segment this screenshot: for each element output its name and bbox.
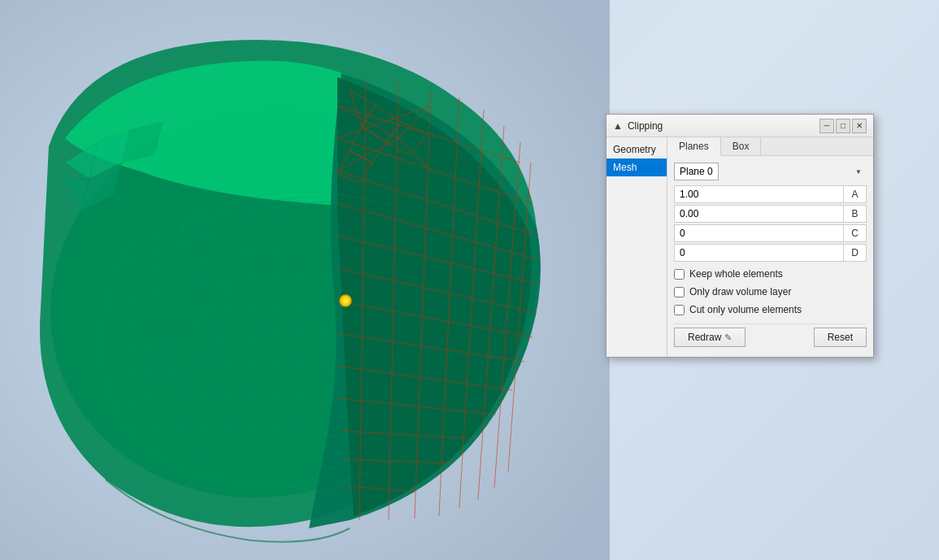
plane-dropdown[interactable]: Plane 0 Plane 1 Plane 2 [674, 163, 719, 180]
field-d-input[interactable] [675, 245, 843, 261]
field-c-row: C [674, 224, 867, 242]
only-draw-volume-layer-label[interactable]: Only draw volume layer [689, 286, 791, 297]
field-a-input[interactable] [675, 186, 843, 202]
clipping-icon: ▲ [613, 120, 623, 132]
dialog-titlebar: ▲ Clipping ─ □ ✕ [606, 115, 873, 137]
tab-box[interactable]: Box [721, 137, 762, 155]
dialog-content-area: Planes Box Plane 0 Plane 1 Plane 2 [667, 137, 873, 357]
cut-only-volume-elements-label[interactable]: Cut only volume elements [689, 304, 802, 315]
plane-dropdown-wrapper: Plane 0 Plane 1 Plane 2 [674, 163, 867, 180]
field-b-input[interactable] [675, 206, 843, 222]
close-button[interactable]: ✕ [852, 119, 867, 133]
field-a-label: A [843, 186, 866, 202]
only-draw-volume-layer-checkbox[interactable] [674, 287, 685, 297]
3d-viewport[interactable] [0, 0, 610, 560]
only-draw-volume-layer-row: Only draw volume layer [674, 284, 867, 299]
field-d-label: D [843, 245, 866, 261]
clipping-dialog: ▲ Clipping ─ □ ✕ Geometry Mesh Planes [606, 114, 874, 358]
field-d-row: D [674, 244, 867, 262]
redraw-icon: ✎ [724, 332, 732, 342]
field-b-label: B [843, 206, 866, 222]
dialog-title-left: ▲ Clipping [613, 120, 663, 132]
keep-whole-elements-label[interactable]: Keep whole elements [689, 268, 783, 280]
maximize-button[interactable]: □ [836, 119, 850, 133]
redraw-button[interactable]: Redraw ✎ [674, 328, 746, 347]
field-b-row: B [674, 205, 867, 223]
dialog-sidebar: Geometry Mesh [606, 137, 667, 357]
cut-only-volume-elements-row: Cut only volume elements [674, 302, 867, 317]
plane-fields: A B C D [674, 185, 867, 262]
plane-selector-row: Plane 0 Plane 1 Plane 2 [674, 163, 867, 180]
field-c-input[interactable] [675, 225, 843, 241]
cut-only-volume-elements-checkbox[interactable] [674, 305, 685, 315]
dialog-window-controls: ─ □ ✕ [819, 119, 867, 133]
svg-point-72 [343, 298, 348, 303]
dialog-body: Geometry Mesh Planes Box [606, 137, 873, 357]
keep-whole-elements-row: Keep whole elements [674, 267, 867, 281]
reset-button[interactable]: Reset [814, 328, 867, 347]
keep-whole-elements-checkbox[interactable] [674, 269, 685, 280]
field-a-row: A [674, 185, 867, 203]
planes-tab-content: Plane 0 Plane 1 Plane 2 A B [667, 156, 873, 357]
action-buttons-row: Redraw ✎ Reset [674, 323, 867, 350]
minimize-button[interactable]: ─ [819, 119, 834, 133]
dialog-tabs: Planes Box [667, 137, 873, 156]
sidebar-item-geometry[interactable]: Geometry [606, 141, 667, 158]
dialog-title: Clipping [628, 120, 663, 132]
sidebar-item-mesh[interactable]: Mesh [606, 158, 667, 176]
field-c-label: C [843, 225, 866, 241]
tab-planes[interactable]: Planes [667, 137, 721, 156]
